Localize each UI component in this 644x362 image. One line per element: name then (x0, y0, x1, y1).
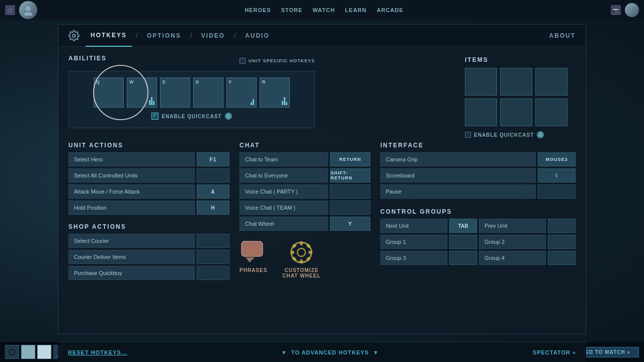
key-camera-grip[interactable]: MOUSE3 (538, 152, 576, 166)
key-chat-team[interactable]: RETURN (330, 152, 370, 166)
phrases-button[interactable]: PHRASES (239, 241, 267, 273)
abilities-quickcast-info-icon[interactable]: i (225, 113, 232, 120)
nav-watch[interactable]: WATCH (312, 7, 335, 13)
items-quickcast-info-icon[interactable]: i (537, 131, 544, 138)
svg-rect-4 (246, 245, 260, 254)
ability-key-q: Q (96, 79, 100, 84)
bottombar-icon-2[interactable] (21, 345, 35, 359)
key-group-1[interactable] (449, 235, 477, 249)
tab-video[interactable]: VIDEO (196, 25, 230, 47)
shop-actions-rows: Select Courier Courier Deliver Items Pur… (68, 234, 229, 280)
customize-chatwheel-button[interactable]: CUSTOMIZE CHAT WHEEL (282, 241, 320, 279)
key-courier-deliver[interactable] (197, 250, 229, 264)
key-prev-unit[interactable] (548, 219, 576, 233)
ability-key-e: E (163, 79, 166, 84)
tab-hotkeys[interactable]: HOTKEYS (86, 25, 132, 47)
key-group-4[interactable] (548, 251, 576, 265)
key-group-2[interactable] (548, 235, 576, 249)
item-slot-5[interactable] (500, 99, 532, 126)
ability-slot-q[interactable]: Q (94, 77, 124, 108)
item-slot-2[interactable] (500, 68, 532, 96)
key-voice-team[interactable] (330, 201, 370, 215)
abilities-header: ABILITIES UNIT SPECIFIC HOTKEYS (68, 55, 315, 67)
control-groups-rows: Next Unit TAB Prev Unit Group 1 Group 2 (380, 219, 576, 265)
spectator-button[interactable]: SPECTATOR » (533, 349, 576, 355)
chatwheel-icon (288, 241, 315, 263)
nav-heroes[interactable]: HEROES (245, 7, 271, 13)
hotkey-row-select-all: Select All Controlled Units (68, 168, 229, 183)
key-purchase-quickbuy[interactable] (197, 266, 229, 280)
hotkey-row-purchase-quickbuy: Purchase Quickbuy (68, 266, 229, 280)
items-quickcast-checkbox[interactable] (465, 132, 471, 138)
ability-slot-e[interactable]: E (160, 77, 190, 108)
tab-audio[interactable]: AUDIO (240, 25, 275, 47)
nav-arcade[interactable]: ARCADE (377, 7, 404, 13)
key-group-3[interactable] (449, 251, 477, 265)
action-voice-party: Voice Chat ( PARTY ) (239, 185, 328, 199)
key-chat-everyone[interactable]: SHIFT- RETURN (330, 168, 370, 183)
camera-icon[interactable]: 📷 (611, 5, 621, 15)
col-left: UNIT ACTIONS Select Hero F1 Select All C… (68, 140, 229, 282)
svg-point-6 (297, 248, 305, 256)
key-select-courier[interactable] (197, 234, 229, 248)
key-chat-wheel[interactable]: Y (330, 217, 370, 231)
ability-slot-w[interactable]: W (127, 77, 157, 108)
key-hold-pos[interactable]: H (197, 201, 229, 215)
user-avatar[interactable] (625, 3, 639, 17)
label-group-1: Group 1 (380, 235, 447, 249)
svg-point-1 (24, 12, 32, 16)
hotkey-row-select-courier: Select Courier (68, 234, 229, 248)
abilities-quickcast-checkbox[interactable] (151, 113, 158, 120)
bottom-bar: RESET HOTKEYS... ▼ TO ADVANCED HOTKEYS ▼… (58, 342, 586, 362)
key-voice-party[interactable] (330, 185, 370, 199)
key-attack-move[interactable]: A (197, 185, 229, 199)
chevron-down-right-icon: ▼ (373, 349, 379, 355)
interface-rows: Camera Grip MOUSE3 Scoreboard \ Pause (380, 152, 576, 199)
game-topbar: ⬡ HEROES STORE WATCH LEARN ARCADE 📷 (0, 0, 644, 20)
ability-slot-d[interactable]: D (193, 77, 223, 108)
about-button[interactable]: ABOUT (549, 32, 576, 39)
ability-slot-f[interactable]: F (226, 77, 257, 108)
tab-options[interactable]: OPTIONS (142, 25, 186, 47)
nav-store[interactable]: STORE (281, 7, 303, 13)
unit-specific-checkbox[interactable] (239, 58, 246, 64)
key-select-hero[interactable]: F1 (197, 152, 229, 166)
bottombar-icon-3[interactable] (37, 345, 51, 359)
unit-actions-title: UNIT ACTIONS (68, 142, 123, 149)
action-chat-team: Chat to Team (239, 152, 328, 166)
svg-rect-7 (300, 241, 303, 245)
shop-actions-section: SHOP ACTIONS Select Courier Courier Deli… (68, 222, 229, 280)
key-next-unit[interactable]: TAB (449, 219, 477, 233)
action-pause: Pause (380, 185, 536, 199)
label-group-2: Group 2 (479, 235, 546, 249)
chevron-down-left-icon: ▼ (281, 349, 287, 355)
label-group-3: Group 3 (380, 251, 447, 265)
ability-f-bars (251, 99, 254, 105)
interface-title: INTERFACE (380, 142, 424, 149)
key-scoreboard[interactable]: \ (538, 168, 576, 183)
item-slot-4[interactable] (465, 99, 497, 126)
key-pause[interactable] (538, 185, 576, 199)
avatar[interactable] (19, 1, 37, 19)
advanced-hotkeys-button[interactable]: ▼ TO ADVANCED HOTKEYS ▼ (281, 349, 379, 355)
item-slot-6[interactable] (535, 99, 568, 126)
action-voice-team: Voice Chat ( TEAM ) (239, 201, 328, 215)
control-groups-title: CONTROL GROUPS (380, 208, 452, 215)
hotkey-row-courier-deliver: Courier Deliver Items (68, 250, 229, 264)
item-slot-3[interactable] (535, 68, 568, 96)
col-mid: CHAT Chat to Team RETURN Chat to Everyon… (229, 140, 370, 282)
topbar-right: 📷 (611, 3, 639, 17)
reset-hotkeys-button[interactable]: RESET HOTKEYS... (68, 349, 127, 355)
action-camera-grip: Camera Grip (380, 152, 536, 166)
control-groups-section: CONTROL GROUPS Next Unit TAB Prev Unit G… (380, 207, 576, 265)
items-quickcast-label: ENABLE QUICKCAST (474, 132, 534, 138)
item-slot-1[interactable] (465, 68, 497, 96)
key-select-all[interactable] (197, 168, 229, 183)
ability-slot-r[interactable]: R (260, 77, 290, 108)
unit-specific-hotkeys: UNIT SPECIFIC HOTKEYS (239, 58, 315, 64)
ability-w-bars (149, 97, 154, 105)
col-right: INTERFACE Camera Grip MOUSE3 Scoreboard … (370, 140, 576, 282)
bottombar-icon-1[interactable]: ⬡ (5, 345, 19, 359)
hotkey-row-chat-everyone: Chat to Everyone SHIFT- RETURN (239, 168, 370, 183)
nav-learn[interactable]: LEARN (345, 7, 367, 13)
